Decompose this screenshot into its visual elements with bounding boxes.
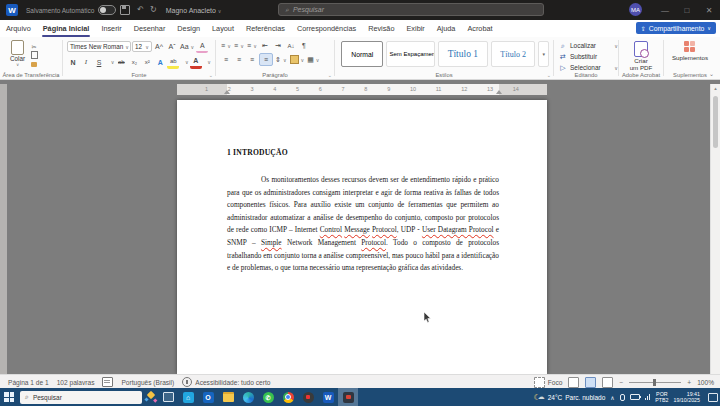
tab-arquivo[interactable]: Arquivo [0, 20, 37, 37]
change-case-icon[interactable]: Aa∨ [179, 41, 195, 52]
weather-widget[interactable]: ☾ ☁ 24°C Parc. nublado [534, 393, 606, 402]
borders-icon[interactable]: ▦∨ [306, 54, 320, 65]
active-window-taskbar-icon[interactable] [338, 388, 358, 406]
addins-button[interactable]: Suplementos [664, 40, 716, 62]
language-switcher[interactable]: POR PTB2 [655, 391, 668, 403]
web-layout-icon[interactable] [602, 377, 613, 388]
right-indent-marker[interactable] [496, 90, 502, 94]
font-color-icon[interactable]: A [190, 55, 202, 69]
replace-button[interactable]: ⇄ Substituir [554, 51, 618, 62]
taskbar-search-box[interactable]: ⌕ Pesquisar [20, 391, 142, 404]
paste-button[interactable]: Colar ∨ [10, 40, 25, 67]
cut-icon[interactable]: ✂ [28, 42, 40, 50]
align-left-icon[interactable]: ≡ [220, 54, 232, 65]
sort-icon[interactable]: A↓ [285, 40, 297, 51]
styles-gallery-more[interactable]: ▾ [538, 41, 549, 67]
grow-font-icon[interactable]: A^ [153, 41, 165, 52]
tab-ajuda[interactable]: Ajuda [431, 20, 462, 37]
justify-icon[interactable]: ≡ [259, 53, 273, 66]
document-title[interactable]: Magno Anacleto ∨ [166, 7, 222, 14]
line-spacing-icon[interactable]: ⇕∨ [274, 54, 288, 65]
word-count[interactable]: 102 palavras [57, 379, 95, 386]
word-taskbar-icon[interactable]: W [318, 388, 338, 406]
scroll-up-icon[interactable]: ▴ [711, 85, 720, 91]
font-family-combobox[interactable]: Times New Roman∨ [67, 41, 131, 52]
format-painter-icon[interactable] [28, 60, 40, 68]
tab-referencias[interactable]: Referências [240, 20, 291, 37]
titlebar-search-box[interactable]: ⌕ Pesquisar [278, 3, 544, 16]
align-right-icon[interactable]: ≡ [246, 54, 258, 65]
network-icon[interactable] [645, 394, 651, 400]
file-explorer-icon[interactable] [218, 388, 238, 406]
zoom-level[interactable]: 100% [697, 379, 714, 386]
find-button[interactable]: ⌕ Localizar ∨ [554, 40, 618, 51]
tab-revisao[interactable]: Revisão [362, 20, 400, 37]
style-titulo-2[interactable]: Título 2 [491, 41, 535, 67]
copilot-sparkle-icon[interactable] [144, 390, 158, 404]
tab-desenhar[interactable]: Desenhar [128, 20, 172, 37]
tab-correspondencias[interactable]: Correspondências [291, 20, 362, 37]
autosave-control[interactable]: Salvamento Automático [26, 5, 116, 15]
document-page[interactable]: 1 INTRODUÇÃO Os monitoramentos desses re… [177, 100, 547, 374]
zoom-out-icon[interactable]: − [619, 379, 623, 386]
browser-gx-icon[interactable] [298, 388, 318, 406]
tab-acrobat[interactable]: Acrobat [461, 20, 498, 37]
style-normal[interactable]: Normal [341, 41, 383, 67]
highlight-color-icon[interactable]: ab [167, 55, 179, 69]
text-effects-icon[interactable]: A [154, 57, 166, 68]
horizontal-ruler[interactable]: 1234567891011121314 [177, 84, 547, 95]
microphone-icon[interactable] [620, 394, 625, 401]
tray-chevron-icon[interactable]: ∧ [610, 394, 614, 401]
underline-icon[interactable]: S [93, 57, 105, 68]
tab-inserir[interactable]: Inserir [95, 20, 127, 37]
maximize-button[interactable]: □ [676, 0, 698, 20]
read-mode-icon[interactable] [568, 377, 579, 388]
clear-formatting-icon[interactable]: A [196, 40, 208, 53]
tab-layout[interactable]: Layout [206, 20, 240, 37]
clipboard-dialog-launcher[interactable]: ⌄ [56, 72, 60, 78]
save-icon[interactable] [120, 5, 130, 15]
bullets-icon[interactable]: ≡∨ [220, 40, 232, 51]
superscript-icon[interactable]: x² [141, 57, 153, 68]
font-size-combobox[interactable]: 12∨ [132, 41, 152, 52]
user-avatar[interactable]: MA [629, 3, 642, 16]
print-layout-icon[interactable] [585, 377, 596, 388]
underline-caret[interactable]: ∨ [109, 59, 115, 65]
edge-icon[interactable] [238, 388, 258, 406]
start-button[interactable] [0, 388, 18, 406]
language-indicator[interactable]: Português (Brasil) [121, 379, 174, 386]
multilevel-list-icon[interactable]: ≡∨ [246, 40, 258, 51]
style-sem-espacamento[interactable]: Sem Espaçamento [386, 41, 434, 67]
outlook-icon[interactable]: O [198, 388, 218, 406]
zoom-slider[interactable] [629, 382, 681, 383]
store-icon[interactable]: ⌂ [178, 388, 198, 406]
left-indent-marker[interactable] [224, 90, 230, 94]
focus-mode-button[interactable]: Foco [534, 377, 563, 388]
styles-dialog-launcher[interactable]: ⌄ [547, 72, 551, 78]
create-pdf-button[interactable]: Criar um PDF [619, 40, 663, 72]
clock[interactable]: 19:41 19/10/2025 [673, 391, 700, 403]
undo-icon[interactable]: ↶ [137, 0, 144, 20]
bold-icon[interactable]: N [67, 57, 79, 68]
vertical-ruler[interactable] [0, 84, 7, 374]
shrink-font-icon[interactable]: Aˇ [166, 41, 178, 52]
style-titulo-1[interactable]: Título 1 [438, 41, 488, 67]
show-paragraph-marks-icon[interactable]: ¶ [298, 40, 310, 51]
notification-center-icon[interactable] [708, 393, 718, 402]
zoom-in-icon[interactable]: + [687, 379, 691, 386]
page-indicator[interactable]: Página 1 de 1 [8, 379, 49, 386]
share-button[interactable]: ⇪ Compartilhamento ∨ [636, 22, 716, 34]
italic-icon[interactable]: I [80, 57, 92, 68]
autosave-toggle[interactable] [98, 5, 116, 15]
chrome-icon[interactable] [278, 388, 298, 406]
accessibility-status[interactable]: Acessibilidade: tudo certo [182, 377, 270, 387]
redo-icon[interactable]: ↻ [150, 0, 157, 20]
tab-design[interactable]: Design [171, 20, 206, 37]
paragraph-dialog-launcher[interactable]: ⌄ [328, 72, 332, 78]
decrease-indent-icon[interactable]: ⇤ [259, 40, 271, 51]
highlight-caret[interactable]: ∨ [183, 59, 189, 65]
font-dialog-launcher[interactable]: ⌄ [209, 72, 213, 78]
task-view-icon[interactable] [158, 388, 178, 406]
zoom-slider-thumb[interactable] [653, 379, 656, 386]
word-app-icon[interactable]: W [6, 4, 18, 16]
